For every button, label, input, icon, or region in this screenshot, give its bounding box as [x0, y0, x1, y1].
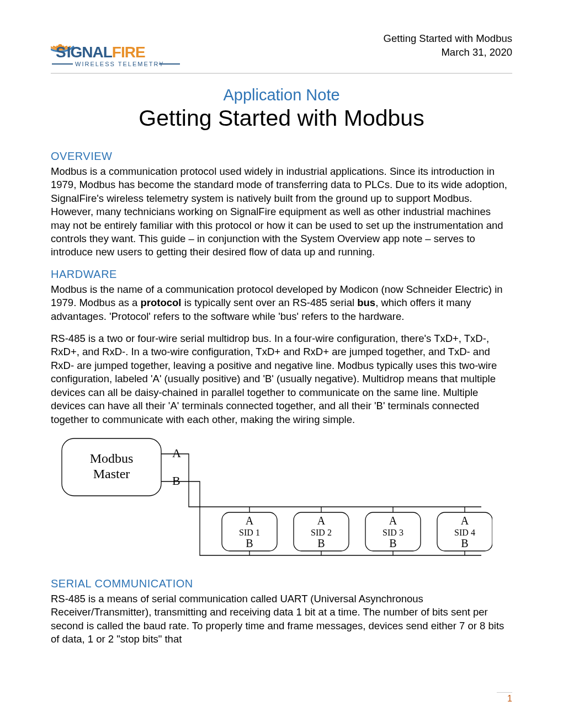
diagram-sid3-b: B — [389, 537, 396, 549]
hw-p1-b: protocol — [141, 297, 182, 308]
logo-text-1: S — [56, 44, 66, 61]
page-title: Getting Started with Modbus — [51, 105, 512, 131]
diagram-sid2-a: A — [317, 515, 326, 527]
overview-heading: OVERVIEW — [51, 150, 512, 163]
footer-rule — [497, 692, 512, 693]
diagram-master-l2: Master — [93, 467, 130, 481]
diagram-sid2-b: B — [317, 537, 325, 549]
diagram-sid3-label: SID 3 — [383, 528, 403, 537]
serial-paragraph-1: RS-485 is a means of serial communicatio… — [51, 592, 512, 646]
logo-tagline: WIRELESS TELEMETRY — [75, 61, 164, 67]
diagram-master-b: B — [172, 474, 180, 488]
diagram-master-l1: Modbus — [90, 451, 134, 465]
diagram-sid1-b: B — [246, 537, 253, 549]
diagram-sid4-label: SID 4 — [454, 528, 475, 537]
header-date: March 31, 2020 — [384, 46, 512, 60]
page-number: 1 — [507, 694, 512, 703]
logo: SIGNALFIRE WIRELESS TELEMETRY — [51, 22, 183, 67]
page-footer: 1 — [497, 692, 512, 704]
hardware-heading: HARDWARE — [51, 268, 512, 281]
diagram-sid2-label: SID 2 — [311, 528, 332, 537]
hw-p1-d: bus — [357, 297, 375, 308]
app-note-label: Application Note — [51, 86, 512, 104]
diagram-sid4-b: B — [461, 537, 468, 549]
hw-p1-c: is typically sent over an RS-485 serial — [182, 297, 358, 308]
modbus-topology-diagram: Modbus Master A B A SID 1 B A SID 2 B A — [56, 435, 512, 564]
hardware-paragraph-1: Modbus is the name of a communication pr… — [51, 283, 512, 323]
serial-heading: SERIAL COMMUNICATION — [51, 577, 512, 590]
svg-text:SIGNALFIRE: SIGNALFIRE — [56, 44, 145, 61]
header-divider — [51, 73, 512, 74]
diagram-sid3-a: A — [389, 515, 397, 527]
diagram-sid1-label: SID 1 — [239, 528, 260, 537]
diagram-sid1-a: A — [246, 515, 254, 527]
header-doc-title: Getting Started with Modbus — [384, 32, 512, 46]
page-header: SIGNALFIRE WIRELESS TELEMETRY Getting St… — [51, 22, 512, 67]
diagram-master-a: A — [172, 446, 181, 460]
diagram-sid4-a: A — [461, 515, 469, 527]
overview-paragraph: Modbus is a communication protocol used … — [51, 165, 512, 259]
hardware-paragraph-2: RS-485 is a two or four-wire serial mult… — [51, 332, 512, 426]
signalfire-logo-icon: SIGNALFIRE WIRELESS TELEMETRY — [51, 22, 183, 67]
header-meta: Getting Started with Modbus March 31, 20… — [384, 22, 512, 60]
